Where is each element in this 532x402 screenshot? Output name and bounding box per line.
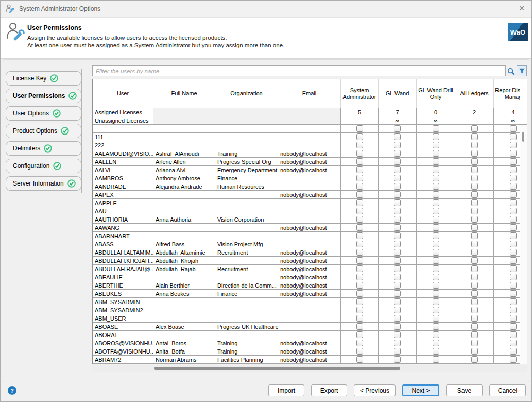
license-checkbox[interactable] [433, 183, 439, 190]
export-button[interactable]: Export [311, 384, 347, 396]
license-checkbox[interactable] [356, 249, 363, 256]
license-checkbox[interactable] [510, 315, 517, 322]
license-checkbox[interactable] [433, 216, 439, 223]
save-button[interactable]: Save [446, 384, 483, 396]
column-header-email[interactable]: Email [278, 79, 341, 108]
license-checkbox[interactable] [394, 331, 401, 338]
license-checkbox[interactable] [356, 331, 363, 338]
import-button[interactable]: Import [268, 384, 304, 396]
license-checkbox[interactable] [394, 125, 401, 132]
license-checkbox[interactable] [356, 216, 363, 223]
license-checkbox[interactable] [356, 290, 363, 297]
license-checkbox[interactable] [356, 274, 363, 280]
column-header-user[interactable]: User [93, 79, 153, 108]
sidebar-item-user-permissions[interactable]: User Permissions [6, 89, 81, 103]
license-checkbox[interactable] [433, 257, 439, 264]
license-checkbox[interactable] [433, 133, 439, 140]
horizontal-scrollbar-thumb[interactable] [154, 367, 400, 370]
license-checkbox[interactable] [510, 340, 517, 346]
license-checkbox[interactable] [510, 282, 517, 289]
license-checkbox[interactable] [394, 315, 401, 322]
license-checkbox[interactable] [356, 158, 363, 165]
license-checkbox[interactable] [394, 224, 401, 231]
license-checkbox[interactable] [510, 331, 517, 338]
filter-toggle-button[interactable] [517, 65, 527, 76]
horizontal-scrollbar[interactable] [92, 365, 527, 372]
column-header-system-administrator[interactable]: System Administrator [341, 79, 379, 108]
sidebar-item-license-key[interactable]: License Key [6, 71, 81, 86]
license-checkbox[interactable] [356, 191, 363, 198]
license-checkbox[interactable] [394, 298, 401, 305]
license-checkbox[interactable] [510, 166, 517, 173]
license-checkbox[interactable] [433, 150, 439, 157]
license-checkbox[interactable] [471, 150, 478, 157]
license-checkbox[interactable] [471, 274, 478, 280]
license-checkbox[interactable] [356, 150, 363, 157]
license-checkbox[interactable] [471, 315, 478, 322]
license-checkbox[interactable] [433, 348, 439, 355]
filter-input[interactable] [92, 65, 506, 76]
license-checkbox[interactable] [433, 241, 439, 247]
license-checkbox[interactable] [471, 125, 478, 132]
close-icon[interactable]: ✕ [519, 5, 525, 12]
sidebar-item-configuration[interactable]: Configuration [6, 159, 81, 173]
license-checkbox[interactable] [510, 348, 517, 355]
license-checkbox[interactable] [433, 274, 439, 280]
license-checkbox[interactable] [510, 241, 517, 247]
license-checkbox[interactable] [510, 150, 517, 157]
license-checkbox[interactable] [433, 142, 439, 148]
license-checkbox[interactable] [471, 158, 478, 165]
license-checkbox[interactable] [394, 191, 401, 198]
license-checkbox[interactable] [471, 199, 478, 206]
license-checkbox[interactable] [433, 166, 439, 173]
license-checkbox[interactable] [433, 125, 439, 132]
license-checkbox[interactable] [471, 142, 478, 148]
license-checkbox[interactable] [433, 208, 439, 214]
license-checkbox[interactable] [394, 282, 401, 289]
license-checkbox[interactable] [510, 199, 517, 206]
license-checkbox[interactable] [510, 175, 517, 181]
license-checkbox[interactable] [394, 265, 401, 272]
license-checkbox[interactable] [394, 158, 401, 165]
license-checkbox[interactable] [510, 125, 517, 132]
license-checkbox[interactable] [510, 232, 517, 239]
column-header-organization[interactable]: Organization [215, 79, 278, 108]
license-checkbox[interactable] [471, 249, 478, 256]
license-checkbox[interactable] [394, 142, 401, 148]
license-checkbox[interactable] [433, 356, 439, 363]
license-checkbox[interactable] [433, 232, 439, 239]
license-checkbox[interactable] [433, 224, 439, 231]
license-checkbox[interactable] [510, 158, 517, 165]
license-checkbox[interactable] [356, 323, 363, 330]
license-checkbox[interactable] [394, 166, 401, 173]
license-checkbox[interactable] [471, 257, 478, 264]
next-button[interactable]: Next > [402, 384, 439, 396]
license-checkbox[interactable] [510, 265, 517, 272]
sidebar-item-user-options[interactable]: User Options [6, 106, 81, 121]
license-checkbox[interactable] [356, 166, 363, 173]
license-checkbox[interactable] [471, 175, 478, 181]
license-checkbox[interactable] [471, 191, 478, 198]
license-checkbox[interactable] [471, 241, 478, 247]
license-checkbox[interactable] [433, 307, 439, 313]
cancel-button[interactable]: Cancel [489, 384, 526, 396]
license-checkbox[interactable] [471, 232, 478, 239]
license-checkbox[interactable] [510, 356, 517, 363]
license-checkbox[interactable] [510, 257, 517, 264]
previous-button[interactable]: < Previous [354, 384, 396, 396]
license-checkbox[interactable] [471, 133, 478, 140]
license-checkbox[interactable] [394, 241, 401, 247]
license-checkbox[interactable] [433, 323, 439, 330]
license-checkbox[interactable] [471, 323, 478, 330]
license-checkbox[interactable] [433, 191, 439, 198]
license-checkbox[interactable] [471, 348, 478, 355]
license-checkbox[interactable] [433, 249, 439, 256]
license-checkbox[interactable] [471, 331, 478, 338]
license-checkbox[interactable] [471, 290, 478, 297]
license-checkbox[interactable] [471, 224, 478, 231]
license-checkbox[interactable] [471, 265, 478, 272]
license-checkbox[interactable] [356, 265, 363, 272]
license-checkbox[interactable] [394, 257, 401, 264]
license-checkbox[interactable] [433, 175, 439, 181]
license-checkbox[interactable] [356, 183, 363, 190]
